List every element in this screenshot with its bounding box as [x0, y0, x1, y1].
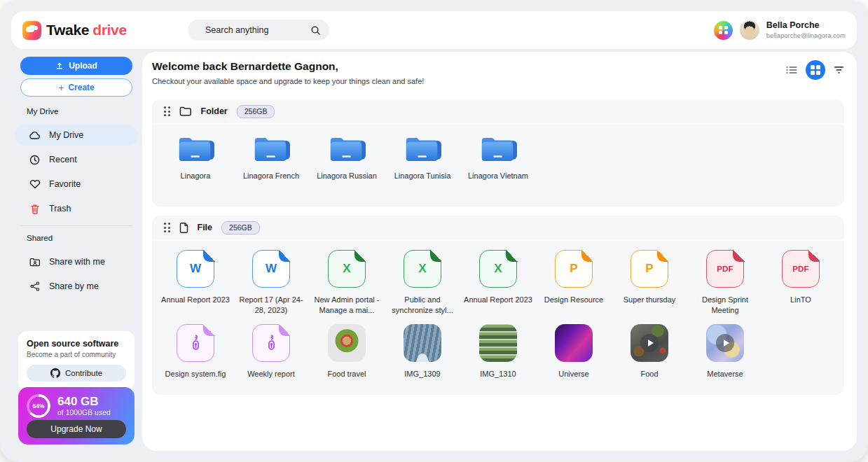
view-controls: [786, 60, 844, 80]
sidebar-item-trash[interactable]: Trash: [15, 198, 138, 219]
share-nodes-icon: [29, 281, 41, 291]
plus-icon: +: [58, 82, 64, 93]
file-tile[interactable]: Food: [612, 324, 687, 394]
folder-tile[interactable]: Linagora: [158, 134, 233, 181]
user-avatar[interactable]: [740, 20, 759, 40]
folder-name: Linagora French: [243, 171, 299, 181]
file-name: Design Resource: [544, 295, 603, 305]
app-logo[interactable]: Twakedrive: [22, 21, 127, 40]
sidebar-item-my-drive[interactable]: My Drive: [15, 125, 138, 146]
folder-tile[interactable]: Linagora French: [233, 134, 309, 181]
excel-file-icon: X: [404, 250, 441, 288]
file-grid: WAnnual Report 2023WReport 17 (Apr 24-28…: [152, 241, 844, 394]
file-tile[interactable]: Design system.fig: [158, 324, 233, 394]
sidebar-item-favorite[interactable]: Favorite: [15, 174, 138, 195]
list-view-icon[interactable]: [786, 66, 797, 74]
twake-logo-icon: [22, 21, 41, 40]
sidebar-item-label: Favorite: [49, 179, 81, 189]
file-tile[interactable]: Food travel: [309, 324, 385, 394]
drag-handle-icon[interactable]: [164, 223, 170, 232]
contribute-button[interactable]: Contribute: [27, 365, 126, 382]
user-name: Bella Porche: [766, 20, 846, 31]
folder-name: Linagora Russian: [317, 171, 377, 181]
sidebar: Upload + Create My Drive My Drive Recent: [11, 55, 142, 451]
file-name: Food: [640, 369, 658, 379]
file-tile[interactable]: Metaverse: [687, 324, 763, 394]
file-name: Metaverse: [707, 369, 743, 379]
file-name: Annual Report 2023: [161, 295, 230, 305]
file-name: Super thursday: [624, 295, 676, 305]
search-input[interactable]: Search anything: [188, 20, 329, 41]
create-label: Create: [68, 83, 94, 92]
folder-tile[interactable]: Linagora Tunisia: [385, 134, 460, 181]
folder-grid: Linagora Linagora French Linagora Russia…: [152, 125, 844, 181]
file-tile[interactable]: PDesign Resource: [536, 250, 612, 320]
folder-name: Linagora: [181, 171, 211, 181]
folder-icon: [479, 134, 517, 164]
sidebar-item-share-with-me[interactable]: Share with me: [15, 251, 138, 272]
drag-handle-icon[interactable]: [164, 106, 170, 116]
storage-percent: 64%: [27, 394, 50, 418]
file-tile[interactable]: XPublic and synchronize styl...: [385, 250, 460, 320]
clock-icon: [29, 155, 41, 165]
file-tile[interactable]: WAnnual Report 2023: [158, 250, 233, 320]
folder-section-header: Folder 256GB: [152, 99, 844, 125]
file-tile[interactable]: Universe: [536, 324, 612, 394]
github-icon: [50, 368, 60, 378]
pdf-file-icon: PDF: [782, 250, 820, 288]
excel-file-icon: X: [479, 250, 517, 288]
search-icon[interactable]: [310, 25, 321, 36]
video-thumbnail: [631, 324, 668, 362]
create-button[interactable]: + Create: [20, 78, 132, 97]
file-section: File 256GB WAnnual Report 2023WReport 17…: [152, 216, 844, 395]
file-tile[interactable]: PDFLinTO: [763, 250, 839, 320]
folder-size-badge: 256GB: [237, 105, 275, 118]
folder-icon: [252, 134, 290, 164]
folder-icon: [328, 134, 366, 164]
logo-text: Twakedrive: [46, 22, 127, 38]
file-tile[interactable]: XNew Admin portal - Manage a mai...: [309, 250, 385, 320]
upgrade-button[interactable]: Upgrade Now: [27, 420, 126, 438]
image-thumbnail: [555, 324, 593, 362]
word-file-icon: W: [177, 250, 214, 288]
image-thumbnail: [328, 324, 366, 362]
sidebar-item-recent[interactable]: Recent: [15, 149, 138, 170]
file-tile[interactable]: Weekly report: [233, 324, 309, 394]
file-tile[interactable]: PDFDesign Sprint Meeting: [687, 250, 763, 320]
upload-button[interactable]: Upload: [20, 57, 132, 75]
user-email: bellaporche@linagora.com: [766, 31, 846, 40]
folder-tile[interactable]: Linagora Vietnam: [460, 134, 536, 181]
user-meta[interactable]: Bella Porche bellaporche@linagora.com: [766, 20, 846, 40]
contribute-label: Contribute: [65, 369, 102, 377]
logo-product: drive: [92, 22, 127, 38]
apps-grid-icon[interactable]: [714, 21, 733, 40]
file-tile[interactable]: IMG_1310: [460, 324, 536, 394]
logo-brand: Twake: [46, 22, 89, 38]
folder-tile[interactable]: Linagora Russian: [309, 134, 385, 181]
file-name: New Admin portal - Manage a mai...: [312, 295, 382, 316]
file-tile[interactable]: XAnnual Report 2023: [460, 250, 536, 320]
sidebar-item-share-by-me[interactable]: Share by me: [15, 276, 138, 297]
video-thumbnail: [706, 324, 744, 362]
file-name: IMG_1309: [404, 369, 440, 379]
storage-of: of 1000GB used: [57, 408, 111, 416]
file-tile[interactable]: PSuper thursday: [612, 250, 687, 320]
file-outline-icon: [179, 223, 188, 233]
zip-file-icon: [177, 324, 214, 362]
sidebar-item-label: Share by me: [49, 281, 99, 291]
trash-icon: [29, 204, 41, 214]
open-source-subtitle: Become a part of community: [27, 351, 126, 358]
file-tile[interactable]: WReport 17 (Apr 24-28, 2023): [233, 250, 309, 320]
storage-progress-ring: 64%: [27, 394, 50, 418]
filter-icon[interactable]: [834, 66, 844, 74]
cloud-icon: [29, 131, 41, 140]
file-name: Weekly report: [247, 369, 295, 379]
file-name: Design Sprint Meeting: [690, 295, 760, 316]
grid-view-icon[interactable]: [806, 60, 825, 80]
sidebar-item-label: Recent: [49, 155, 77, 164]
word-file-icon: W: [252, 250, 290, 288]
file-tile[interactable]: IMG_1309: [385, 324, 460, 394]
file-name: Design system.fig: [165, 369, 226, 379]
file-section-header: File 256GB: [152, 216, 844, 241]
shared-folder-icon: [29, 258, 41, 267]
